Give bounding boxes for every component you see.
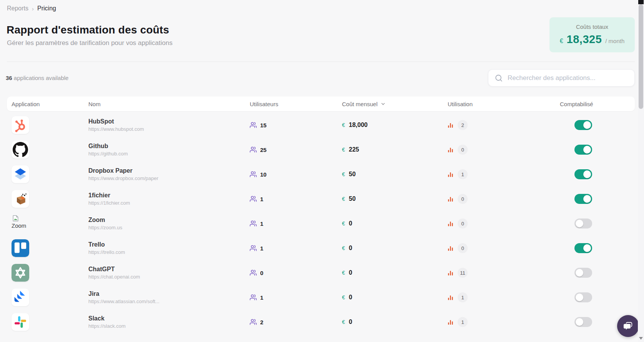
table-header: Application Nom Utilisateurs Coût mensue… bbox=[7, 97, 635, 111]
monthly-cost: 50 bbox=[349, 171, 356, 178]
total-cost-period: / month bbox=[605, 38, 624, 44]
page-title: Rapport d'estimation des coûts bbox=[7, 24, 169, 36]
breadcrumb-separator-icon: › bbox=[32, 5, 34, 12]
bar-chart-icon bbox=[448, 172, 453, 177]
euro-icon: € bbox=[342, 196, 345, 202]
scroll-down-arrow-icon[interactable] bbox=[639, 337, 643, 340]
total-cost-label: Coûts totaux bbox=[549, 23, 635, 30]
breadcrumb-parent[interactable]: Reports bbox=[7, 5, 28, 12]
broken-image-icon: Zoom bbox=[12, 215, 29, 232]
search-input[interactable] bbox=[508, 74, 628, 82]
app-name: ChatGPT bbox=[88, 266, 250, 273]
users-count: 10 bbox=[260, 171, 267, 178]
table-row: Trellohttps://trello.com 1 €0 0 bbox=[7, 236, 635, 260]
users-icon bbox=[250, 146, 257, 153]
accounted-toggle[interactable] bbox=[574, 120, 592, 130]
euro-icon: € bbox=[342, 122, 345, 128]
app-url: https://chat.openai.com bbox=[88, 274, 250, 280]
app-url: https://github.com bbox=[88, 151, 250, 157]
app-url: https://zoom.us bbox=[88, 225, 250, 230]
page-subtitle: Gérer les paramètres de tarification pou… bbox=[7, 39, 173, 47]
scrollbar[interactable] bbox=[638, 0, 644, 342]
trello-logo-icon bbox=[12, 239, 29, 257]
bar-chart-icon bbox=[448, 221, 453, 227]
usage-count-badge: 0 bbox=[458, 243, 468, 253]
total-cost-amount: 18,325 bbox=[567, 33, 602, 46]
sort-chevron-down-icon bbox=[380, 101, 386, 107]
table-row: Dropbox Paperhttps://www.dropbox.com/pap… bbox=[7, 162, 635, 187]
column-header-name: Nom bbox=[88, 101, 250, 107]
euro-icon: € bbox=[342, 319, 345, 325]
usage-count-badge: 1 bbox=[458, 292, 468, 302]
search-icon bbox=[495, 74, 503, 82]
scrollbar-top-cap bbox=[638, 0, 644, 4]
usage-count-badge: 11 bbox=[458, 268, 468, 278]
usage-count-badge: 1 bbox=[458, 169, 468, 179]
app-name: Dropbox Paper bbox=[88, 167, 250, 174]
bar-chart-icon bbox=[448, 122, 453, 128]
euro-icon: € bbox=[342, 171, 345, 177]
section-divider bbox=[7, 62, 635, 62]
monthly-cost: 0 bbox=[349, 269, 352, 276]
column-header-monthly-cost[interactable]: Coût mensuel bbox=[342, 101, 448, 107]
app-name: Zoom bbox=[88, 217, 250, 224]
column-header-usage: Utilisation bbox=[448, 101, 560, 107]
applications-count-suffix: applications available bbox=[12, 75, 69, 81]
users-count: 1 bbox=[260, 196, 263, 202]
users-icon bbox=[250, 245, 257, 252]
accounted-toggle[interactable] bbox=[574, 292, 592, 302]
bar-chart-icon bbox=[448, 319, 453, 325]
table-row: Jirahttps://www.atlassian.com/soft... 1 … bbox=[7, 285, 635, 310]
bar-chart-icon bbox=[448, 270, 453, 276]
euro-icon: € bbox=[342, 294, 345, 300]
users-icon bbox=[250, 269, 257, 276]
usage-count-badge: 0 bbox=[458, 194, 468, 204]
search-box[interactable] bbox=[488, 69, 635, 87]
euro-icon: € bbox=[342, 147, 345, 153]
monthly-cost: 0 bbox=[349, 319, 352, 325]
app-url: https://trello.com bbox=[88, 249, 250, 255]
column-header-accounted: Comptabilisé bbox=[560, 101, 635, 107]
table-row: HubSpothttps://www.hubspot.com 15 €18,00… bbox=[7, 113, 635, 137]
users-icon bbox=[250, 294, 257, 301]
breadcrumb: Reports › Pricing bbox=[7, 5, 56, 12]
table-row: Zoom Zoomhttps://zoom.us 1 €0 0 bbox=[7, 211, 635, 236]
accounted-toggle[interactable] bbox=[574, 219, 592, 229]
scrollbar-thumb[interactable] bbox=[639, 4, 643, 109]
accounted-toggle[interactable] bbox=[574, 268, 592, 278]
accounted-toggle[interactable] bbox=[574, 243, 592, 253]
breadcrumb-current[interactable]: Pricing bbox=[37, 5, 56, 12]
accounted-toggle[interactable] bbox=[574, 145, 592, 155]
slack-logo-icon bbox=[12, 313, 29, 331]
usage-count-badge: 2 bbox=[458, 120, 468, 130]
column-header-application: Application bbox=[12, 101, 88, 107]
users-count: 2 bbox=[260, 319, 263, 325]
bar-chart-icon bbox=[448, 295, 453, 300]
table-row: Slackhttps://slack.com 2 €0 1 bbox=[7, 310, 635, 334]
users-count: 25 bbox=[260, 147, 267, 153]
app-url: https://slack.com bbox=[88, 323, 250, 329]
accounted-toggle[interactable] bbox=[574, 194, 592, 204]
accounted-toggle[interactable] bbox=[574, 317, 592, 327]
usage-count-badge: 0 bbox=[458, 145, 468, 155]
app-name: Trello bbox=[88, 241, 250, 248]
app-name: 1fichier bbox=[88, 192, 250, 199]
table-row: Githubhttps://github.com 25 €225 0 bbox=[7, 137, 635, 162]
chat-bubble-icon bbox=[622, 320, 634, 332]
dropbox-paper-logo-icon bbox=[12, 165, 29, 183]
app-name: Slack bbox=[88, 315, 250, 322]
monthly-cost: 50 bbox=[349, 195, 356, 202]
usage-count-badge: 0 bbox=[458, 219, 468, 229]
users-icon bbox=[250, 171, 257, 178]
github-logo-icon bbox=[12, 141, 29, 158]
users-count: 0 bbox=[260, 270, 263, 276]
app-name: Github bbox=[88, 143, 250, 150]
chat-launcher-button[interactable] bbox=[617, 315, 639, 337]
app-url: https://www.atlassian.com/soft... bbox=[88, 299, 250, 304]
accounted-toggle[interactable] bbox=[574, 169, 592, 179]
image-alt-text: Zoom bbox=[12, 222, 26, 229]
currency-symbol: € bbox=[560, 38, 563, 45]
users-count: 1 bbox=[260, 220, 263, 227]
jira-logo-icon bbox=[12, 289, 29, 306]
bar-chart-icon bbox=[448, 196, 453, 202]
